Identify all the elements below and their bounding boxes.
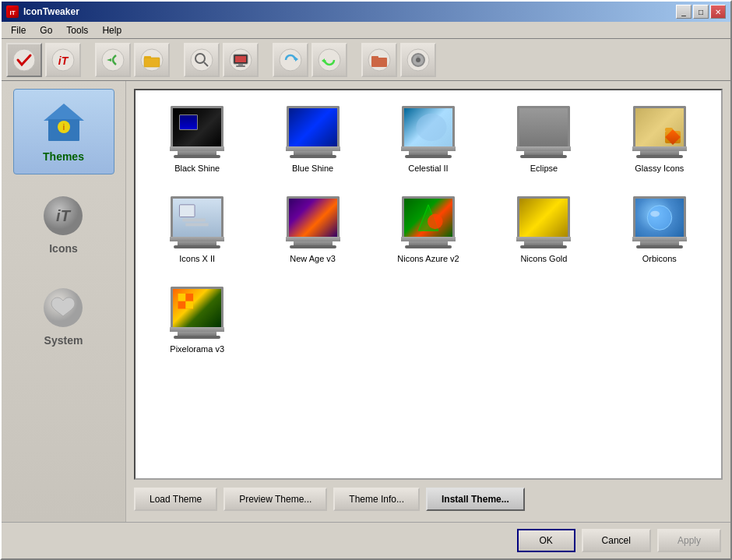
close-button[interactable]: ✕ [710,5,726,19]
monitor-niconsazure [399,196,458,249]
svg-text:iT: iT [56,207,72,224]
monitor-newage [283,196,343,249]
title-bar-left: IT IconTweaker [6,5,79,18]
monitor-pixelorama [167,287,227,340]
toolbar-screen-button[interactable] [223,43,259,77]
menu-file[interactable]: File [5,23,32,37]
svg-point-45 [650,211,660,217]
toolbar-back-button[interactable] [95,43,131,77]
theme-item-orbicons[interactable]: Orbicons [606,188,713,271]
theme-item-glassy[interactable]: Glassy Icons [606,98,713,181]
monitor-celestial [399,106,458,159]
toolbar-check-button[interactable] [6,43,42,77]
svg-point-43 [428,214,443,230]
theme-item-black-shine[interactable]: Black Shine [143,98,251,181]
minimize-button[interactable]: _ [676,5,692,19]
svg-rect-25 [371,56,378,59]
svg-point-11 [191,49,213,71]
system-sidebar-icon [40,284,87,331]
theme-item-pixelorama[interactable]: Pixelorama v3 [143,279,251,361]
svg-point-28 [416,58,421,62]
monitor-iconsxii [167,196,227,249]
apply-button[interactable]: Apply [657,529,721,552]
sidebar-system-label: System [44,334,83,347]
sidebar: i Themes iT [2,81,126,522]
title-bar: IT IconTweaker _ □ ✕ [2,2,730,22]
theme-info-button[interactable]: Theme Info... [333,488,420,511]
theme-name-celestial: Celestial II [408,164,448,173]
svg-point-21 [318,49,340,71]
toolbar-folder-button[interactable] [134,43,170,77]
monitor-orbicons [630,196,689,249]
theme-item-celestial[interactable]: Celestial II [375,98,482,181]
menu-tools[interactable]: Tools [60,23,94,37]
load-theme-button[interactable]: Load Theme [134,488,217,511]
theme-name-niconsgold: Nicons Gold [520,254,567,263]
menu-bar: File Go Tools Help [2,22,730,39]
install-theme-button[interactable]: Install Theme... [426,488,525,511]
sidebar-icons-label: Icons [49,242,78,255]
theme-item-niconsgold[interactable]: Nicons Gold [490,188,597,271]
svg-point-37 [416,114,446,141]
toolbar-folder2-button[interactable] [361,43,397,77]
action-buttons-area: Load Theme Preview Theme... Theme Info..… [134,480,723,514]
toolbar: iT [2,39,730,81]
monitor-glassy [630,106,689,159]
menu-help[interactable]: Help [96,23,128,37]
svg-rect-41 [185,223,208,226]
svg-point-29 [417,56,420,58]
theme-grid: Black Shine Blue Shine [143,98,713,361]
theme-grid-container[interactable]: Black Shine Blue Shine [134,89,723,480]
svg-rect-16 [235,56,246,62]
toolbar-refresh-blue-button[interactable] [273,43,308,77]
footer: OK Cancel Apply [2,522,730,558]
maximize-button[interactable]: □ [693,5,709,19]
svg-rect-38 [180,205,195,217]
theme-name-glassy: Glassy Icons [635,164,684,173]
svg-point-44 [647,206,671,230]
menu-go[interactable]: Go [33,23,58,37]
theme-item-eclipse[interactable]: Eclipse [490,98,597,181]
themes-icon: i [40,100,87,147]
main-window: IT IconTweaker _ □ ✕ File Go Tools Help [0,0,732,560]
toolbar-itweak-button[interactable]: iT [45,43,81,77]
svg-rect-18 [236,65,245,67]
theme-name-orbicons: Orbicons [642,254,677,263]
svg-rect-48 [185,301,193,309]
ok-button[interactable]: OK [517,529,575,552]
icons-sidebar-icon: iT [40,192,87,239]
svg-text:IT: IT [9,9,15,16]
theme-item-newage[interactable]: New Age v3 [259,188,366,271]
theme-item-blue-shine[interactable]: Blue Shine [259,98,366,181]
svg-rect-40 [183,218,206,221]
svg-point-19 [280,49,301,71]
theme-name-newage: New Age v3 [290,254,336,263]
sidebar-item-themes[interactable]: i Themes [13,89,114,174]
preview-theme-button[interactable]: Preview Theme... [223,488,327,511]
theme-item-niconsazure[interactable]: Nicons Azure v2 [375,188,482,271]
sidebar-item-icons[interactable]: iT Icons [13,181,114,266]
svg-text:i: i [62,123,65,132]
theme-name-iconsxii: Icons X II [179,254,215,263]
title-buttons: _ □ ✕ [676,5,726,19]
toolbar-refresh-green-button[interactable] [311,43,347,77]
main-content: i Themes iT [2,81,730,522]
theme-item-iconsxii[interactable]: Icons X II [143,188,251,271]
svg-rect-17 [238,64,243,65]
svg-point-2 [13,49,35,71]
cancel-button[interactable]: Cancel [582,529,651,552]
monitor-eclipse [514,106,573,159]
svg-text:iT: iT [58,55,69,67]
theme-name-pixelorama: Pixelorama v3 [170,344,224,354]
win-icon [179,114,198,130]
sidebar-item-system[interactable]: System [13,273,114,358]
toolbar-disk-button[interactable] [400,43,436,77]
app-icon: IT [6,5,19,18]
sidebar-themes-label: Themes [43,150,84,163]
theme-name-eclipse: Eclipse [530,164,558,173]
svg-rect-47 [178,294,186,301]
monitor-blue-shine [283,106,343,159]
toolbar-search-button[interactable] [184,43,220,77]
monitor-niconsgold [514,196,573,249]
theme-name-niconsazure: Nicons Azure v2 [397,254,459,263]
